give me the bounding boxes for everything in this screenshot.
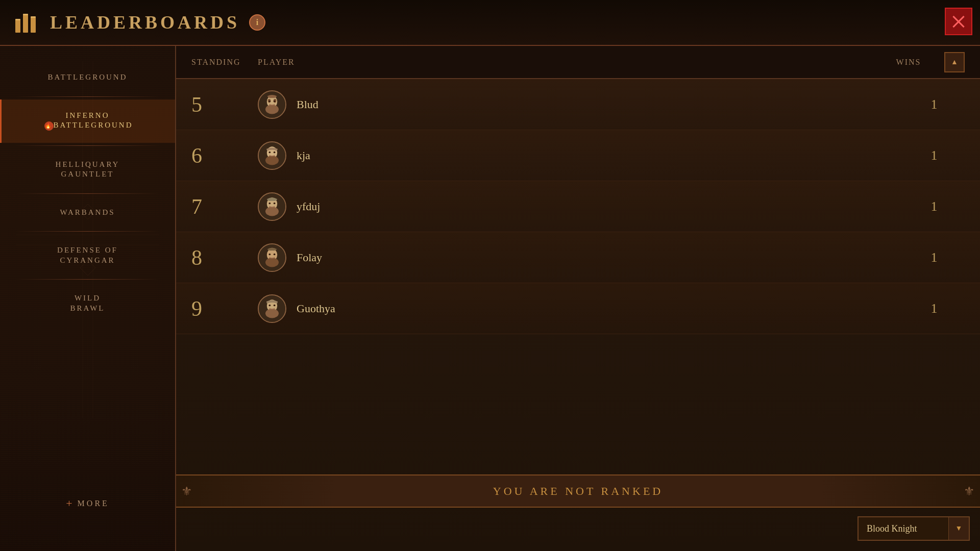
player-name: kja <box>297 149 310 162</box>
column-standing: Standing <box>191 58 258 67</box>
svg-rect-10 <box>31 17 36 33</box>
nav-divider-4 <box>15 231 160 232</box>
column-player: Player <box>258 58 878 67</box>
player-info: Folay <box>258 243 898 272</box>
not-ranked-text: YOU ARE NOT RANKED <box>493 485 663 498</box>
bar-decoration-right: ⚜ <box>944 484 975 498</box>
wins-value: 1 <box>903 97 965 112</box>
player-info: yfduj <box>258 192 898 221</box>
table-row: 8 Folay 1 <box>176 232 980 283</box>
sidebar-item-inferno-battleground[interactable]: INFERNO🔥BATTLEGROUND <box>0 99 175 143</box>
not-ranked-bar: ⚜ YOU ARE NOT RANKED ⚜ <box>176 474 980 508</box>
table-header: Standing Player Wins <box>176 46 980 79</box>
svg-point-34 <box>269 253 271 255</box>
header: LEADERBOARDS i <box>0 0 980 46</box>
svg-point-30 <box>274 202 276 204</box>
table-body: 5 Blud 1 <box>176 79 980 334</box>
sidebar: BATTLEGROUND INFERNO🔥BATTLEGROUND HELLIQ… <box>0 0 176 551</box>
wins-value: 1 <box>903 250 965 265</box>
player-name: yfduj <box>297 200 320 213</box>
svg-point-29 <box>269 202 271 204</box>
rank-number: 6 <box>191 143 258 168</box>
svg-point-38 <box>265 309 279 318</box>
svg-point-23 <box>265 156 279 165</box>
player-name: Guothya <box>297 302 335 315</box>
rank-number: 5 <box>191 92 258 117</box>
table-row: 7 yfduj 1 <box>176 181 980 232</box>
svg-point-33 <box>265 258 279 267</box>
player-info: Blud <box>258 90 898 119</box>
svg-point-20 <box>274 100 276 102</box>
table-row: 6 kja 1 <box>176 130 980 181</box>
class-selector[interactable]: Blood Knight ▼ <box>857 516 970 541</box>
sidebar-item-helliquary-gauntlet[interactable]: HELLIQUARYGAUNTLET <box>0 148 175 191</box>
wins-value: 1 <box>903 199 965 214</box>
main-content: Standing Player Wins 5 <box>176 46 980 551</box>
column-wins: Wins <box>878 58 939 67</box>
wins-value: 1 <box>903 148 965 163</box>
avatar <box>258 294 286 323</box>
svg-rect-13 <box>31 16 36 18</box>
nav-divider-2 <box>15 145 160 146</box>
sidebar-item-warbands[interactable]: WARBANDS <box>0 196 175 229</box>
rank-number: 7 <box>191 194 258 219</box>
rank-number: 9 <box>191 296 258 321</box>
close-button[interactable] <box>945 8 972 35</box>
info-button[interactable]: i <box>249 14 265 31</box>
svg-rect-11 <box>15 19 20 20</box>
sort-button[interactable] <box>944 52 965 72</box>
player-name: Blud <box>297 98 318 111</box>
nav-divider-5 <box>15 279 160 280</box>
avatar <box>258 192 286 221</box>
svg-point-19 <box>269 100 271 102</box>
player-info: kja <box>258 141 898 170</box>
wins-value: 1 <box>903 301 965 316</box>
nav-divider-1 <box>15 96 160 97</box>
sidebar-nav: BATTLEGROUND INFERNO🔥BATTLEGROUND HELLIQ… <box>0 46 175 340</box>
table-row: 9 Guothya 1 <box>176 283 980 334</box>
avatar <box>258 141 286 170</box>
class-selector-value: Blood Knight <box>859 523 948 534</box>
svg-point-39 <box>269 304 271 306</box>
avatar <box>258 90 286 119</box>
svg-point-40 <box>274 304 276 306</box>
svg-rect-12 <box>23 14 28 15</box>
inferno-icon: 🔥 <box>44 121 54 131</box>
bar-decoration-left: ⚜ <box>181 484 212 498</box>
sidebar-item-defense-of-cyrangar[interactable]: DEFENSE OFCYRANGAR <box>0 234 175 277</box>
svg-rect-8 <box>15 20 20 33</box>
svg-point-25 <box>274 151 276 153</box>
rank-number: 8 <box>191 245 258 270</box>
page-title: LEADERBOARDS <box>50 12 240 33</box>
avatar <box>258 243 286 272</box>
leaderboard-icon <box>10 7 41 38</box>
sidebar-item-wild-brawl[interactable]: WILDBRAWL <box>0 282 175 324</box>
nav-divider-3 <box>15 193 160 194</box>
svg-point-24 <box>269 151 271 153</box>
player-name: Folay <box>297 251 322 264</box>
svg-rect-9 <box>23 15 28 33</box>
sidebar-item-battleground[interactable]: BATTLEGROUND <box>0 61 175 94</box>
more-plus-icon: + <box>66 497 72 510</box>
svg-point-35 <box>274 253 276 255</box>
svg-point-16 <box>265 105 279 114</box>
player-info: Guothya <box>258 294 898 323</box>
more-button[interactable]: + MORE <box>0 487 175 520</box>
table-row: 5 Blud 1 <box>176 79 980 130</box>
dropdown-arrow-icon: ▼ <box>948 517 969 540</box>
svg-point-28 <box>265 207 279 216</box>
